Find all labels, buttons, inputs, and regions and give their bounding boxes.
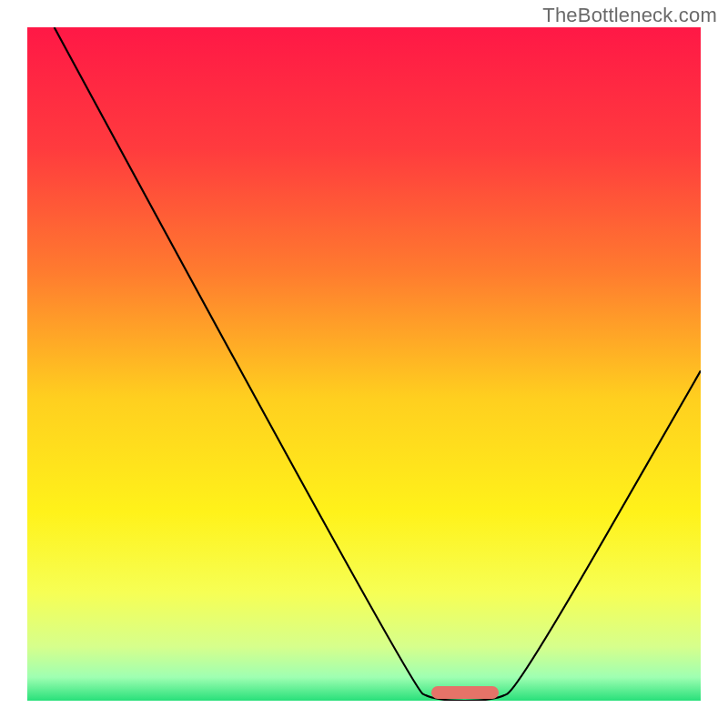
chart-frame [27, 27, 701, 701]
watermark-text: TheBottleneck.com [542, 4, 717, 27]
optimal-range-marker [431, 686, 500, 699]
chart-curve [27, 27, 701, 701]
